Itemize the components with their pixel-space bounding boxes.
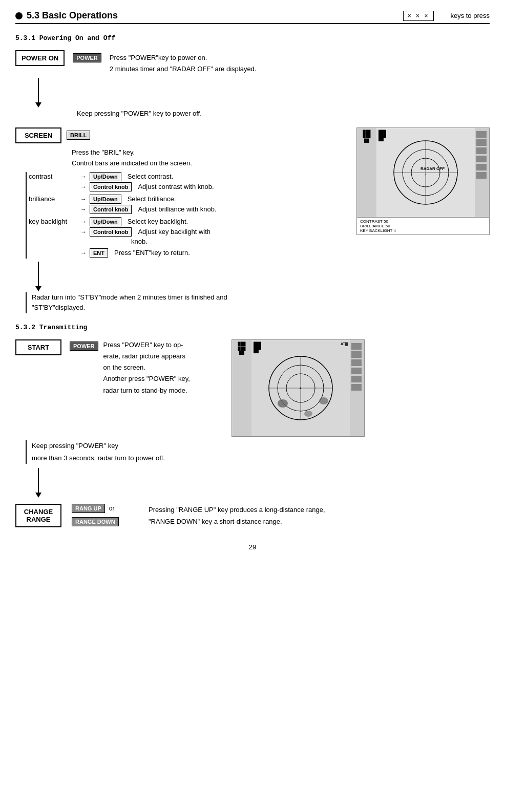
power-on-desc: Press "POWER"key to power on. 2 minutes …	[110, 52, 257, 75]
svg-point-13	[278, 399, 288, 408]
arrow-right-3: →	[80, 196, 87, 203]
backlight-knob-cont: knob.	[131, 238, 217, 245]
backlight-knob-row: → Control knob Adjust key backlight with	[29, 227, 217, 237]
keys-box: × × ×	[403, 11, 434, 21]
arrow-right-2: →	[80, 183, 87, 190]
control-knob-badge-2: Control knob	[90, 205, 132, 214]
up-down-badge-1: Up/Down	[90, 172, 121, 181]
start-desc-block: Press "POWER" key to op- erate, radar pi…	[103, 339, 190, 396]
keep-pressing-3sec: Keep pressing "POWER" key more than 3 se…	[26, 440, 490, 464]
arrow-down-3	[38, 468, 490, 494]
screen-header-row: SCREEN BRILL	[15, 127, 217, 143]
brilliance-status: BRILLIAMCE 50	[360, 224, 486, 228]
standby-text1: Radar turn into "ST'BY"mode when 2 minut…	[32, 292, 490, 303]
radar2-left-label: ████████	[238, 342, 246, 355]
change-range-label: CHANGE RANGE	[15, 504, 61, 527]
radar-left-label-1: ████████	[363, 130, 371, 143]
keys-info: × × × keys to press	[403, 11, 490, 21]
screen-left-col: SCREEN BRILL Press the "BRIL" key. Contr…	[15, 127, 217, 259]
range-down-badge: RANGE DOWN	[72, 517, 119, 526]
title-text: 5.3 Basic Operations	[27, 10, 118, 21]
screen-desc: Press the "BRIL" key. Control bars are i…	[72, 147, 217, 169]
radar-top-label: ████████	[378, 130, 386, 141]
power-on-key-row: POWER	[73, 53, 101, 62]
power-desc1: Press "POWER"key to power on.	[110, 52, 257, 63]
svg-text:+: +	[425, 173, 427, 177]
at-label: AT▓	[341, 342, 348, 346]
range-down-row: RANGE DOWN	[72, 517, 138, 525]
start-power-badge: POWER	[70, 341, 98, 351]
brilliance-up-down-desc: Select brilliance.	[128, 195, 176, 203]
page-title: 5.3 Basic Operations	[15, 10, 118, 21]
up-down-badge-3: Up/Down	[90, 217, 121, 226]
range-keys-col: RANG UP or RANGE DOWN	[72, 504, 138, 525]
svg-text:RADAR OFF: RADAR OFF	[420, 166, 445, 171]
svg-text:+: +	[299, 386, 302, 391]
start-desc1: Press "POWER" key to op-	[103, 339, 190, 351]
screen-desc-press: Press the "BRIL" key.	[72, 147, 217, 158]
contrast-label-row: contrast → Up/Down Select contrast.	[29, 172, 217, 181]
section-532-title: 5.3.2 Transmitting	[15, 324, 490, 331]
start-desc2: erate, radar picture appears	[103, 351, 190, 362]
radar-status-bar-1: CONTRAST 50 BRILLIAMCE 50 KEY BACKLIGHT …	[357, 217, 489, 234]
ent-row: → ENT Press "ENT"key to return.	[29, 248, 217, 258]
contrast-knob-row: → Control knob Adjust contrast with knob…	[29, 182, 217, 191]
arrow-down-1	[38, 78, 490, 103]
start-label: START	[15, 339, 61, 355]
standby-desc: Radar turn into "ST'BY"mode when 2 minut…	[26, 292, 490, 314]
start-desc4: Another press "POWER" key,	[103, 373, 190, 384]
radar2-top-label: ████████	[254, 342, 261, 353]
change-range-state: CHANGE RANGE	[15, 504, 61, 527]
start-key-row: POWER Press "POWER" key to op- erate, ra…	[70, 339, 223, 396]
power-on-flow: POWER ON	[15, 50, 65, 66]
start-flow: START	[15, 339, 61, 355]
keep-pressing-desc: Keep pressing "POWER" key to power off.	[77, 109, 490, 119]
ent-desc: Press "ENT"key to return.	[114, 249, 190, 257]
or-text: or	[109, 505, 115, 512]
keys-label: keys to press	[437, 11, 490, 20]
power-on-block: POWER ON POWER Press "POWER"key to power…	[15, 50, 490, 75]
backlight-knob-desc: Adjust key backlight with	[138, 228, 211, 236]
screen-block: SCREEN BRILL Press the "BRIL" key. Contr…	[15, 127, 490, 259]
control-knob-badge-1: Control knob	[90, 182, 132, 191]
brilliance-knob-row: → Control knob Adjust brilliance with kn…	[29, 205, 217, 214]
svg-point-15	[304, 411, 312, 417]
range-desc1: Pressing "RANGE UP" key produces a long-…	[149, 504, 325, 516]
contrast-up-down-desc: Select contrast.	[128, 173, 174, 180]
range-up-row: RANG UP or	[72, 504, 138, 513]
screen-desc-control: Control bars are indicated on the screen…	[72, 158, 217, 169]
brill-badge: BRILL	[67, 131, 90, 140]
controls-list: contrast → Up/Down Select contrast. → Co…	[27, 172, 217, 259]
control-knob-badge-3: Control knob	[90, 227, 132, 237]
range-desc-col: Pressing "RANGE UP" key produces a long-…	[149, 504, 325, 528]
range-desc2: "RANGE DOWN" key a short-distance range.	[149, 516, 325, 527]
arrow-right-4: →	[80, 206, 87, 213]
backlight-up-down-desc: Select key backlight.	[128, 218, 188, 225]
radar-display-1: ████████ ████████ RADAR OFF	[356, 127, 490, 235]
backlight-label: key backlight	[29, 218, 77, 225]
power-desc2: 2 minutes timer and "RADAR OFF" are disp…	[110, 63, 257, 75]
page-number: 29	[15, 543, 490, 551]
start-desc5: radar turn to stand-by mode.	[103, 385, 190, 396]
radar-display-2: ████████ ████████ AT▓ +	[232, 339, 365, 437]
change-range-block: CHANGE RANGE RANG UP or RANGE DOWN Press…	[15, 504, 490, 528]
screen-label: SCREEN	[15, 127, 61, 143]
contrast-label: contrast	[29, 173, 77, 180]
arrow-right-7: →	[80, 249, 87, 257]
arrow-right-5: →	[80, 218, 87, 225]
ent-badge: ENT	[90, 248, 108, 258]
start-block: START POWER Press "POWER" key to op- era…	[15, 339, 490, 437]
controls-container: contrast → Up/Down Select contrast. → Co…	[15, 172, 217, 259]
keep-pressing-desc1: Keep pressing "POWER" key	[32, 440, 490, 452]
arrow-right-6: →	[80, 228, 87, 236]
section-531-title: 5.3.1 Powering On and Off	[15, 34, 490, 42]
keep-pressing-desc2: more than 3 seconds, radar turn to power…	[32, 452, 490, 464]
contrast-status: CONTRAST 50	[360, 219, 486, 224]
backlight-label-row: key backlight → Up/Down Select key backl…	[29, 217, 217, 226]
svg-point-14	[319, 397, 328, 404]
arrow-down-2	[38, 262, 490, 287]
standby-text2: "ST'BY"displayed.	[32, 303, 490, 313]
contrast-knob-desc: Adjust contrast with knob.	[138, 183, 214, 190]
start-content: POWER Press "POWER" key to op- erate, ra…	[70, 339, 223, 399]
power-key-badge: POWER	[73, 53, 101, 62]
